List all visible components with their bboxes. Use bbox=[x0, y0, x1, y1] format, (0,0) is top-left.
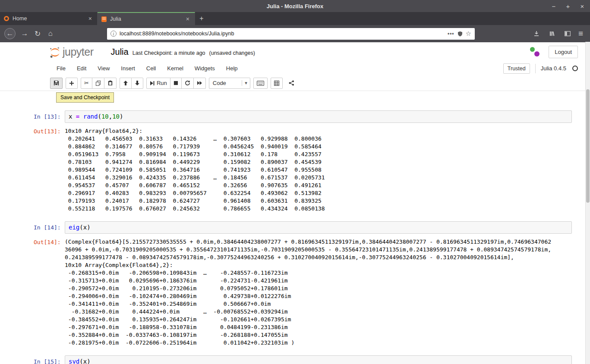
reload-button[interactable]: ↻ bbox=[32, 28, 43, 39]
input-prompt: In [14]: bbox=[34, 221, 65, 234]
jupyter-logo[interactable]: jupyter bbox=[49, 46, 94, 58]
code-cell-15: In [15]: svd(x) bbox=[34, 355, 572, 364]
menu-widgets[interactable]: Widgets bbox=[189, 63, 221, 74]
maximize-button[interactable]: + bbox=[565, 3, 571, 9]
copy-icon bbox=[95, 80, 101, 86]
menu-insert[interactable]: Insert bbox=[115, 63, 141, 74]
share-icon bbox=[289, 80, 294, 86]
arrow-up-icon bbox=[123, 80, 128, 86]
refresh-icon bbox=[185, 80, 190, 86]
scrollbar[interactable] bbox=[585, 42, 590, 364]
minimize-button[interactable]: − bbox=[550, 3, 557, 9]
save-tooltip: Save and Checkpoint bbox=[56, 92, 114, 103]
save-button[interactable] bbox=[50, 78, 63, 89]
bookmark-star-icon[interactable]: ☆ bbox=[466, 30, 471, 38]
menu-view[interactable]: View bbox=[92, 63, 115, 74]
notebook-favicon-icon bbox=[101, 16, 107, 22]
scrollbar-thumb[interactable] bbox=[586, 89, 590, 203]
output-prompt: Out[13]: bbox=[34, 127, 65, 213]
run-button-label: Run bbox=[157, 80, 167, 86]
dropdown-caret-icon: ▾ bbox=[242, 80, 247, 86]
restart-kernel-button[interactable] bbox=[181, 78, 194, 89]
green-dot-icon bbox=[530, 47, 535, 52]
unsaved-changes-label: (unsaved changes) bbox=[209, 50, 255, 56]
tab-home-label: Home bbox=[13, 16, 84, 22]
code-cell-14: In [14]: eig(x) Out[14]: (Complex{Float6… bbox=[34, 221, 572, 347]
url-bar[interactable]: i localhost:8889/notebooks/notebooks/Jul… bbox=[107, 28, 475, 40]
stop-icon bbox=[174, 81, 178, 85]
code-input[interactable]: x = rand(10,10) bbox=[65, 110, 572, 123]
page-actions-icon[interactable]: ••• bbox=[448, 31, 454, 37]
code-input[interactable]: svd(x) bbox=[65, 355, 572, 364]
menu-hamburger-icon[interactable]: ≡ bbox=[578, 29, 583, 38]
cut-button[interactable]: ✂ bbox=[81, 78, 92, 89]
tab-julia-label: Julia bbox=[110, 16, 181, 22]
notebook-toolbar: ✂ Run bbox=[0, 75, 590, 91]
plus-icon bbox=[69, 81, 74, 86]
navigation-toolbar: ← → ↻ ⌂ i localhost:8889/notebooks/noteb… bbox=[0, 25, 590, 42]
restart-run-all-button[interactable] bbox=[193, 78, 206, 89]
paste-button[interactable] bbox=[104, 78, 117, 89]
library-icon[interactable] bbox=[547, 29, 557, 38]
downloads-icon[interactable] bbox=[532, 29, 541, 38]
cell-output: (Complex{Float64}[5.2155727330535555 + 0… bbox=[65, 238, 551, 347]
jupyter-logo-icon bbox=[49, 47, 61, 58]
menu-kernel[interactable]: Kernel bbox=[161, 63, 189, 74]
menu-file[interactable]: File bbox=[51, 63, 71, 74]
grid-icon bbox=[274, 81, 279, 86]
menu-cell[interactable]: Cell bbox=[141, 63, 161, 74]
run-button-group: Run bbox=[146, 78, 206, 89]
keyboard-icon bbox=[257, 81, 264, 86]
command-palette-button[interactable] bbox=[253, 78, 268, 89]
input-prompt: In [15]: bbox=[34, 355, 65, 364]
move-cell-up-button[interactable] bbox=[120, 78, 132, 89]
code-input[interactable]: eig(x) bbox=[65, 221, 572, 234]
logout-button[interactable]: Logout bbox=[549, 46, 578, 58]
back-button[interactable]: ← bbox=[4, 28, 16, 39]
menu-edit[interactable]: Edit bbox=[71, 63, 92, 74]
shield-icon[interactable] bbox=[457, 31, 463, 37]
menubar-right: Trusted Julia 0.4.5 bbox=[503, 63, 578, 74]
notebook-title[interactable]: Julia bbox=[111, 47, 129, 57]
window-controls: − + × bbox=[550, 0, 586, 12]
cell-type-dropdown[interactable]: Code ▾ bbox=[209, 78, 250, 89]
forward-button[interactable]: → bbox=[19, 28, 30, 39]
notebook-header: jupyter Julia Last Checkpoint: a minute … bbox=[0, 42, 590, 61]
add-cell-button[interactable] bbox=[66, 78, 78, 89]
arrow-down-icon bbox=[135, 80, 140, 86]
copy-button[interactable] bbox=[92, 78, 104, 89]
fast-forward-icon bbox=[197, 81, 202, 85]
window-title: Julia - Mozilla Firefox bbox=[267, 3, 323, 9]
toolbar-right-icons: ≡ bbox=[532, 29, 586, 38]
menu-help[interactable]: Help bbox=[221, 63, 243, 74]
trusted-badge[interactable]: Trusted bbox=[503, 63, 530, 74]
interrupt-kernel-button[interactable] bbox=[170, 78, 182, 89]
tab-julia[interactable]: Julia × bbox=[98, 12, 195, 25]
move-cell-down-button[interactable] bbox=[131, 78, 143, 89]
site-info-icon[interactable]: i bbox=[110, 31, 117, 37]
tab-bar: Home × Julia × + bbox=[0, 12, 590, 25]
step-forward-icon bbox=[150, 81, 155, 86]
sidebar-toggle-icon[interactable] bbox=[563, 29, 572, 38]
notebook-menubar: File Edit View Insert Cell Kernel Widget… bbox=[0, 61, 590, 75]
jupyter-page: jupyter Julia Last Checkpoint: a minute … bbox=[0, 42, 590, 364]
run-button[interactable]: Run bbox=[146, 78, 170, 89]
notebook-title-area: Julia Last Checkpoint: a minute ago (uns… bbox=[111, 47, 255, 57]
close-button[interactable]: × bbox=[579, 3, 586, 9]
input-prompt: In [13]: bbox=[34, 110, 65, 123]
share-button[interactable] bbox=[286, 78, 297, 89]
kernel-idle-icon bbox=[572, 66, 578, 71]
tab-close-icon[interactable]: × bbox=[87, 15, 93, 22]
tab-close-icon[interactable]: × bbox=[185, 16, 191, 22]
tab-home[interactable]: Home × bbox=[0, 12, 98, 25]
new-tab-button[interactable]: + bbox=[195, 12, 208, 25]
grid-tool-button[interactable] bbox=[271, 78, 283, 89]
kernel-name: Julia 0.4.5 bbox=[541, 65, 566, 72]
url-path: /notebooks/notebooks/Julia.ipynb bbox=[155, 31, 234, 37]
firefox-window: Julia - Mozilla Firefox − + × Home × Jul… bbox=[0, 0, 590, 364]
url-domain: localhost:8889 bbox=[120, 31, 155, 37]
save-icon bbox=[54, 80, 59, 86]
home-button[interactable]: ⌂ bbox=[45, 28, 56, 39]
menubar-separator bbox=[535, 64, 536, 73]
notebook-area: In [13]: x = rand(10,10) Out[13]: 10x10 … bbox=[0, 91, 590, 364]
